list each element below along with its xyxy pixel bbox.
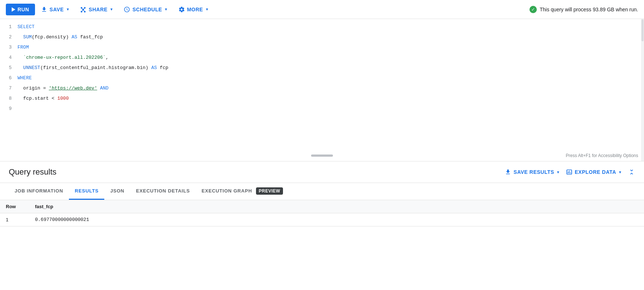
preview-badge: PREVIEW [256,187,283,195]
line-numbers: 1 2 3 4 5 6 7 8 9 [0,22,18,158]
tab-execution-graph[interactable]: EXECUTION GRAPH PREVIEW [196,183,289,200]
query-info: ✓ This query will process 93.89 GB when … [529,6,638,13]
accessibility-hint: Press Alt+F1 for Accessibility Options [566,153,638,158]
code-line-6: WHERE [18,73,638,83]
explore-data-chevron: ▼ [618,170,622,174]
line-num-4: 4 [6,53,12,63]
tab-job-information[interactable]: JOB INFORMATION [9,183,69,200]
results-area: Query results SAVE RESULTS ▼ EXPLORE DAT… [0,161,644,226]
explore-data-icon [566,169,573,175]
code-editor-area[interactable]: 1 2 3 4 5 6 7 8 9 SELECT SUM(fcp.density… [0,19,644,161]
results-table: Row fast_fcp 1 0.69770000000000021 [0,200,644,226]
line-num-1: 1 [6,22,12,32]
schedule-label: SCHEDULE [132,7,162,12]
line-num-7: 7 [6,83,12,94]
save-results-button[interactable]: SAVE RESULTS ▼ [505,169,560,175]
schedule-icon [124,6,130,13]
results-title: Query results [9,167,57,177]
share-button[interactable]: SHARE ▼ [75,3,118,16]
code-line-1: SELECT [18,22,638,32]
scrollbar-thumb [641,19,644,41]
results-tabs: JOB INFORMATION RESULTS JSON EXECUTION D… [0,183,644,200]
tab-execution-details-label: EXECUTION DETAILS [136,188,190,194]
col-header-empty [551,200,644,213]
more-icon [178,6,185,13]
expand-button[interactable] [628,168,635,176]
expand-icon [628,168,635,176]
query-info-text: This query will process 93.89 GB when ru… [540,7,638,12]
save-results-icon [505,169,511,175]
schedule-chevron-icon: ▼ [164,7,168,11]
line-num-3: 3 [6,42,12,53]
tab-execution-graph-label: EXECUTION GRAPH [202,188,252,194]
cell-row-1: 1 [0,213,29,226]
cell-empty-1 [551,213,644,226]
code-editor[interactable]: 1 2 3 4 5 6 7 8 9 SELECT SUM(fcp.density… [0,19,644,161]
horizontal-scrollbar[interactable] [311,154,333,157]
code-line-8: fcp.start < 1000 [18,94,638,104]
tab-results[interactable]: RESULTS [69,183,104,200]
more-label: MORE [187,7,203,12]
explore-data-label: EXPLORE DATA [575,169,616,175]
line-num-8: 8 [6,94,12,104]
code-line-2: SUM(fcp.density) AS fast_fcp [18,32,638,42]
save-button[interactable]: SAVE ▼ [36,3,74,16]
code-content[interactable]: SELECT SUM(fcp.density) AS fast_fcp FROM… [18,22,644,158]
line-num-5: 5 [6,63,12,73]
more-chevron-icon: ▼ [205,7,209,11]
more-button[interactable]: MORE ▼ [174,3,213,16]
table-row: 1 0.69770000000000021 [0,213,644,226]
col-header-fast-fcp: fast_fcp [29,200,551,213]
tab-json-label: JSON [110,188,124,194]
vertical-scrollbar[interactable] [641,19,644,161]
tab-execution-details[interactable]: EXECUTION DETAILS [130,183,196,200]
code-line-5: UNNEST(first_contentful_paint.histogram.… [18,63,638,73]
check-circle-icon: ✓ [529,6,537,13]
code-line-4: `chrome-ux-report.all.202206`, [18,53,638,63]
run-label: RUN [18,7,29,12]
run-button[interactable]: RUN [6,4,35,15]
share-label: SHARE [89,7,108,12]
play-icon [12,7,15,12]
code-line-7: origin = 'https://web.dev' AND [18,83,638,94]
save-results-label: SAVE RESULTS [513,169,554,175]
tab-job-information-label: JOB INFORMATION [15,188,63,194]
tab-json[interactable]: JSON [104,183,130,200]
save-icon [41,6,47,13]
save-results-chevron: ▼ [556,170,560,174]
save-chevron-icon: ▼ [66,7,70,11]
results-header: Query results SAVE RESULTS ▼ EXPLORE DAT… [0,161,644,183]
toolbar: RUN SAVE ▼ SHARE ▼ SCHEDULE ▼ MORE ▼ ✓ T… [0,0,644,19]
line-num-9: 9 [6,104,12,114]
cell-fast-fcp-1: 0.69770000000000021 [29,213,551,226]
line-num-2: 2 [6,32,12,42]
code-line-9 [18,104,638,114]
save-label: SAVE [50,7,64,12]
line-num-6: 6 [6,73,12,83]
code-line-3: FROM [18,42,638,53]
tab-results-label: RESULTS [75,188,98,194]
explore-data-button[interactable]: EXPLORE DATA ▼ [566,169,622,175]
col-header-row: Row [0,200,29,213]
results-actions: SAVE RESULTS ▼ EXPLORE DATA ▼ [505,168,635,176]
schedule-button[interactable]: SCHEDULE ▼ [119,3,172,16]
table-header-row: Row fast_fcp [0,200,644,213]
share-icon [80,6,86,13]
share-chevron-icon: ▼ [110,7,113,11]
